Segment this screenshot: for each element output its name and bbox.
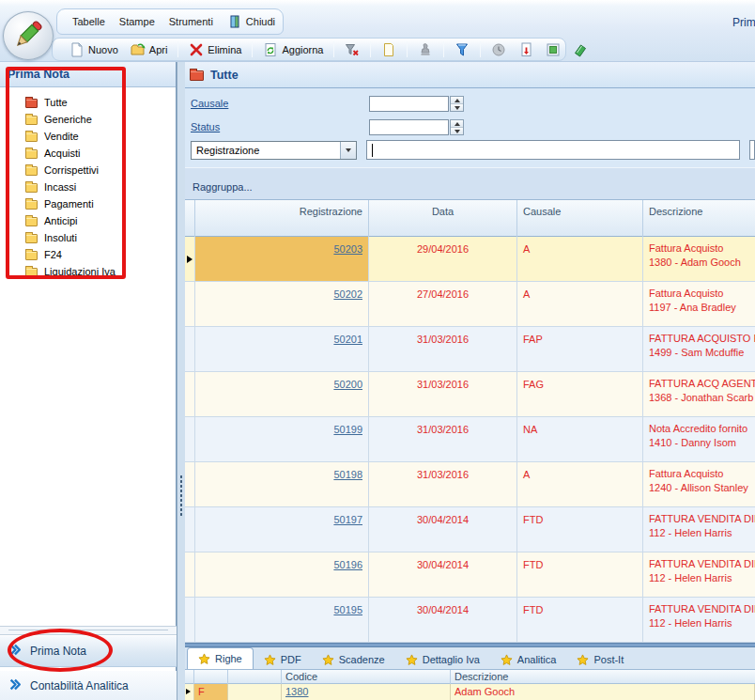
grid-header-data[interactable]: Data — [369, 200, 517, 237]
nav-item-contabilita-analitica[interactable]: Contabilità Analitica — [0, 671, 177, 700]
book-icon — [573, 42, 588, 57]
registration-link[interactable]: 50197 — [195, 507, 368, 525]
toolbar-separator — [480, 41, 481, 57]
grid-header-registrazione[interactable]: Registrazione — [195, 200, 369, 237]
spinner-up-icon — [455, 122, 460, 126]
row-selector[interactable] — [185, 282, 195, 327]
row-selector[interactable] — [185, 507, 195, 552]
subgrid-header-descrizione[interactable]: Descrizione — [451, 670, 755, 684]
row-selector[interactable] — [185, 372, 195, 417]
pencil-icon — [10, 17, 46, 54]
table-row[interactable]: 50195 30/04/2014 FTD FATTURA VENDITA DIF… — [185, 598, 755, 643]
sidebar-item-generiche[interactable]: Generiche — [0, 111, 176, 128]
export-document-button[interactable] — [515, 41, 537, 58]
row-selector[interactable] — [185, 462, 195, 507]
sidebar-item-acquisti[interactable]: Acquisti — [0, 145, 176, 162]
open-red-folder-icon — [25, 99, 38, 108]
menu-chiudi[interactable]: Chiudi — [227, 14, 275, 29]
group-by-bar[interactable]: Raggruppa... — [185, 167, 755, 200]
registration-link[interactable]: 50203 — [195, 237, 368, 255]
row-selector[interactable] — [185, 552, 195, 598]
registration-link[interactable]: 50200 — [195, 372, 368, 390]
app-logo-button[interactable] — [3, 11, 54, 60]
causale-label[interactable]: Causale — [191, 98, 228, 109]
tab-scadenze[interactable]: Scadenze — [312, 650, 395, 669]
blank-document-button[interactable] — [378, 41, 400, 58]
row-selector[interactable] — [185, 327, 195, 372]
current-row-arrow-icon — [186, 689, 191, 694]
registration-link[interactable]: 50201 — [195, 327, 368, 345]
nuovo-button[interactable]: Nuovo — [66, 41, 122, 58]
registration-link[interactable]: 50196 — [195, 552, 368, 570]
sidebar-item-corrispettivi[interactable]: Corrispettivi — [0, 162, 176, 179]
row-selector[interactable] — [185, 417, 195, 462]
view-title: Tutte — [210, 69, 239, 82]
nav-item-prima-nota[interactable]: Prima Nota — [0, 635, 177, 667]
sidebar-item-insoluti[interactable]: Insoluti — [0, 229, 176, 246]
sidebar-item-vendite[interactable]: Vendite — [0, 128, 176, 145]
cell-data: 30/04/2014 — [369, 507, 517, 552]
tab-righe[interactable]: Righe — [187, 647, 254, 669]
sidebar-item-anticipi[interactable]: Anticipi — [0, 212, 176, 229]
row-selector[interactable] — [185, 598, 195, 643]
clear-filter-button[interactable] — [341, 41, 363, 58]
subgrid-row-selector[interactable] — [185, 684, 194, 700]
filter-icon — [455, 42, 470, 57]
preview-button[interactable] — [542, 41, 564, 58]
clipped-edge-control[interactable] — [749, 140, 755, 160]
status-spinner[interactable] — [450, 119, 464, 135]
stamp-button[interactable] — [414, 41, 437, 58]
causale-spinner[interactable] — [450, 96, 464, 112]
status-label[interactable]: Status — [191, 121, 220, 132]
table-row[interactable]: 50198 31/03/2016 A Fattura Acquisto1240 … — [185, 462, 755, 507]
registration-link[interactable]: 50195 — [195, 598, 368, 615]
menu-stampe[interactable]: Stampe — [119, 16, 155, 27]
book-button[interactable] — [569, 41, 592, 58]
registration-link[interactable]: 50202 — [195, 282, 368, 300]
table-row[interactable]: 50196 30/04/2014 FTD FATTURA VENDITA DIF… — [185, 552, 755, 598]
sidebar-item-f24[interactable]: F24 — [0, 246, 176, 263]
cell-data: 30/04/2014 — [369, 598, 517, 643]
aggiorna-button[interactable]: Aggiorna — [259, 41, 327, 58]
registration-link[interactable]: 50198 — [195, 462, 368, 480]
table-row[interactable]: 50203 29/04/2016 A Fattura Acquisto1380 … — [185, 237, 755, 282]
table-row[interactable]: 50200 31/03/2016 FAG FATTURA ACQ AGENTI1… — [185, 372, 755, 417]
grid-header-descrizione[interactable]: Descrizione — [643, 200, 755, 237]
table-row[interactable]: 50202 27/04/2016 A Fattura Acquisto1197 … — [185, 282, 755, 327]
cell-causale: A — [517, 237, 643, 282]
causale-input[interactable] — [369, 96, 449, 112]
codice-link[interactable]: 1380 — [285, 686, 308, 697]
toolbar-separator — [333, 41, 334, 57]
nav-splitter-handle[interactable] — [0, 626, 177, 635]
subgrid-row[interactable]: F 1380 Adam Gooch — [185, 684, 755, 700]
registration-link[interactable]: 50199 — [195, 417, 368, 435]
apri-button[interactable]: Apri — [127, 41, 172, 58]
clock-button[interactable] — [487, 41, 510, 58]
tab-post-it[interactable]: Post-It — [566, 650, 634, 669]
spinner-up-icon — [455, 99, 460, 102]
search-field-select[interactable]: Registrazione — [191, 141, 357, 160]
search-input[interactable] — [366, 140, 740, 160]
tab-dettaglio-iva[interactable]: Dettaglio Iva — [395, 650, 490, 669]
menu-tabelle[interactable]: Tabelle — [72, 16, 105, 27]
menu-strumenti[interactable]: Strumenti — [169, 16, 213, 27]
subgrid-header-codice[interactable]: Codice — [282, 670, 451, 684]
sidebar-item-incassi[interactable]: Incassi — [0, 179, 176, 195]
combo-dropdown-button[interactable] — [340, 142, 356, 159]
star-icon — [577, 654, 589, 666]
row-selector[interactable] — [185, 237, 195, 282]
sidebar-item-tutte[interactable]: Tutte — [0, 94, 176, 111]
vertical-splitter[interactable] — [177, 62, 185, 700]
grid-header-causale[interactable]: Causale — [517, 200, 643, 237]
table-row[interactable]: 50197 30/04/2014 FTD FATTURA VENDITA DIF… — [185, 507, 755, 552]
tab-analitica[interactable]: Analitica — [490, 650, 567, 669]
filter-button[interactable] — [451, 41, 473, 58]
sidebar-item-liquidazioni-iva[interactable]: Liquidazioni Iva — [0, 263, 176, 280]
table-row[interactable]: 50199 31/03/2016 NA Nota Accredito forni… — [185, 417, 755, 462]
status-input[interactable] — [369, 119, 449, 135]
tab-pdf[interactable]: PDF — [254, 650, 312, 669]
sidebar-item-pagamenti[interactable]: Pagamenti — [0, 195, 176, 212]
cell-descrizione: Fattura Acquisto1380 - Adam Gooch — [643, 237, 755, 282]
table-row[interactable]: 50201 31/03/2016 FAP FATTURA ACQUISTO PR… — [185, 327, 755, 372]
elimina-button[interactable]: Elimina — [185, 41, 245, 58]
